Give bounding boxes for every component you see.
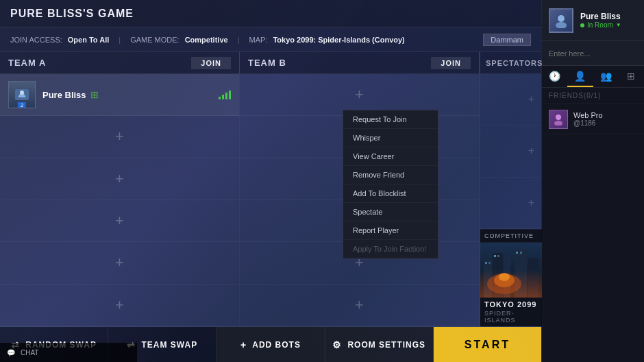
status-text: In Room (587, 21, 613, 29)
add-icon-a4: + (115, 212, 124, 230)
spectator-slot-3[interactable]: + (480, 178, 541, 229)
title-bar: Pure Bliss'S GAME (0, 0, 541, 27)
spectator-slot-1[interactable]: + (480, 74, 541, 125)
player-slot-a5[interactable]: + (0, 242, 239, 284)
svg-rect-4 (484, 260, 492, 298)
context-request-join[interactable]: Request To Join (343, 110, 438, 129)
team-b-join-button[interactable]: JOIN (431, 57, 471, 69)
add-icon-a2: + (115, 128, 124, 145)
svg-rect-8 (528, 258, 538, 298)
map-name: TOKYO 2099 (480, 298, 542, 310)
friend-icon-webpro (552, 113, 565, 125)
player-slot-a3[interactable]: + (0, 158, 239, 200)
context-spectate[interactable]: Spectate (343, 203, 438, 221)
context-menu: Request To Join Whisper View Career Remo… (343, 110, 438, 259)
svg-point-17 (499, 273, 510, 281)
player-info-a1: Pure Bliss ⊞ (42, 89, 219, 100)
team-a-slots: 2 Pure Bliss ⊞ (0, 74, 239, 326)
svg-rect-10 (488, 262, 491, 264)
svg-rect-7 (515, 250, 527, 298)
spectator-slot-2[interactable]: + (480, 125, 541, 177)
search-input[interactable] (549, 49, 643, 58)
context-remove-friend[interactable]: Remove Friend (343, 166, 438, 184)
room-settings-label: ROOM SETTINGS (347, 340, 425, 350)
chat-bar[interactable]: 💬 CHAT (0, 343, 137, 362)
bar2 (222, 95, 224, 99)
status-dot (580, 23, 584, 27)
map-sublabel: SPIDER-ISLANDS (480, 310, 542, 326)
add-icon-a5: + (115, 254, 124, 272)
map-label: MAP: (249, 36, 268, 44)
svg-point-15 (487, 274, 521, 294)
svg-rect-14 (520, 252, 522, 254)
sidebar-tabs: 🕐 👤 👥 ⊞ (542, 66, 644, 88)
bar1 (219, 97, 221, 99)
tab-xbox[interactable]: ⊞ (619, 66, 644, 87)
signal-bars-a1 (219, 90, 231, 99)
team-a-name: TEAM A (8, 58, 191, 68)
friend-name-webpro: Web Pro (573, 111, 637, 119)
teams-row: TEAM A JOIN 2 (0, 52, 541, 326)
player-slot-a6[interactable]: + (0, 285, 239, 326)
friend-item-webpro[interactable]: Web Pro @1186 (542, 104, 644, 134)
join-access-label: JOIN ACCESS: (10, 36, 62, 44)
svg-rect-6 (504, 256, 510, 298)
player-slot-a1[interactable]: 2 Pure Bliss ⊞ (0, 74, 239, 116)
bar3 (225, 93, 227, 99)
sep1: | (119, 36, 121, 44)
svg-rect-5 (493, 253, 503, 298)
room-settings-icon: ⚙ (332, 339, 342, 350)
profile-avatar (549, 8, 573, 33)
player-slot-a4[interactable]: + (0, 200, 239, 242)
add-bots-label: ADD BOTS (252, 340, 301, 350)
sidebar-profile: Pure Bliss In Room ▼ (542, 0, 644, 41)
spectator-plus-1: + (528, 93, 534, 106)
main-area: Pure Bliss'S GAME JOIN ACCESS: Open To A… (0, 0, 541, 362)
friend-avatar-webpro (549, 110, 568, 129)
map-value: Tokyo 2099: Spider-Islands (Convoy) (273, 36, 404, 44)
sidebar-search-bar: 🔍 (542, 41, 644, 66)
friend-sub-webpro: @1186 (573, 119, 637, 127)
bar4 (229, 90, 231, 99)
context-view-career[interactable]: View Career (343, 147, 438, 166)
room-settings-button[interactable]: ⚙ ROOM SETTINGS (325, 327, 434, 362)
player-slot-a2[interactable]: + (0, 116, 239, 158)
tab-clock[interactable]: 🕐 (542, 66, 567, 87)
profile-name: Pure Bliss (580, 12, 637, 21)
friends-header: FRIENDS(0/1) (542, 88, 644, 104)
chat-icon: 💬 (7, 349, 15, 357)
svg-rect-13 (516, 252, 518, 254)
spectator-plus-3: + (528, 197, 534, 209)
team-b-header: TEAM B JOIN (240, 52, 479, 74)
tab-group[interactable]: 👥 (593, 66, 619, 87)
spectators-header: SPECTATORS (480, 52, 541, 74)
add-bots-button[interactable]: + ADD BOTS (216, 327, 325, 362)
tab-friends[interactable]: 👤 (567, 66, 593, 87)
spectator-col: SPECTATORS + + + COMPETITIVE (480, 52, 541, 326)
player-icon-a1 (12, 85, 32, 104)
chevron-down-icon: ▼ (616, 22, 621, 28)
team-a-join-button[interactable]: JOIN (191, 57, 231, 69)
rank-badge-a1: 2 (18, 102, 26, 108)
svg-point-16 (494, 274, 515, 287)
context-add-blocklist[interactable]: Add To Blocklist (343, 184, 438, 203)
context-apply-faction[interactable]: Apply To Join Faction! (343, 240, 438, 258)
game-mode-label: GAME MODE: (130, 36, 179, 44)
add-bots-icon: + (240, 339, 247, 350)
friend-info-webpro: Web Pro @1186 (573, 111, 637, 127)
svg-rect-3 (480, 243, 542, 298)
context-whisper[interactable]: Whisper (343, 129, 438, 147)
spectators-label: SPECTATORS (486, 59, 543, 67)
player-name-a1: Pure Bliss (42, 90, 86, 100)
map-card-image (480, 243, 542, 298)
start-button[interactable]: START (434, 327, 541, 362)
competitive-badge: COMPETITIVE (480, 230, 542, 243)
map-illustration (480, 243, 542, 298)
player-slot-b6[interactable]: + (240, 285, 479, 326)
svg-point-20 (556, 114, 561, 120)
add-icon-a6: + (115, 296, 124, 314)
svg-point-18 (558, 15, 565, 22)
context-report-player[interactable]: Report Player (343, 221, 438, 240)
svg-point-19 (556, 22, 567, 28)
spectator-plus-2: + (528, 145, 534, 157)
